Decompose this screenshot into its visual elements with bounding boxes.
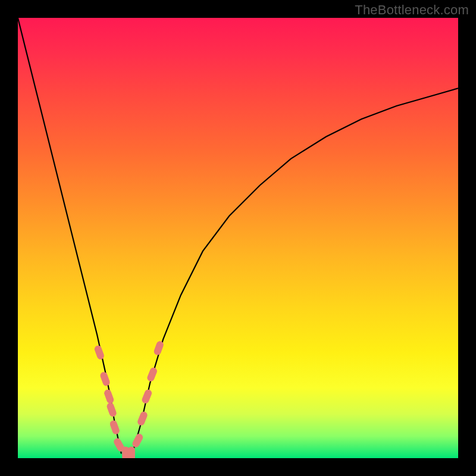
marker-capsule (131, 433, 144, 449)
marker-capsule (128, 447, 135, 458)
curve-left-branch (18, 18, 121, 454)
marker-capsule (146, 367, 158, 383)
curve-group (18, 18, 458, 454)
marker-capsule (109, 419, 120, 436)
marker-capsule (136, 411, 148, 427)
marker-capsule (103, 389, 114, 405)
marker-capsule (99, 371, 111, 387)
chart-svg (18, 18, 458, 458)
marker-capsule (93, 345, 105, 361)
curve-right-branch (132, 88, 458, 453)
marker-capsule (106, 402, 117, 418)
watermark-text: TheBottleneck.com (355, 2, 469, 18)
chart-plot-area (18, 18, 458, 458)
marker-group (93, 340, 164, 458)
chart-frame: TheBottleneck.com (0, 0, 476, 476)
marker-capsule (141, 389, 153, 405)
